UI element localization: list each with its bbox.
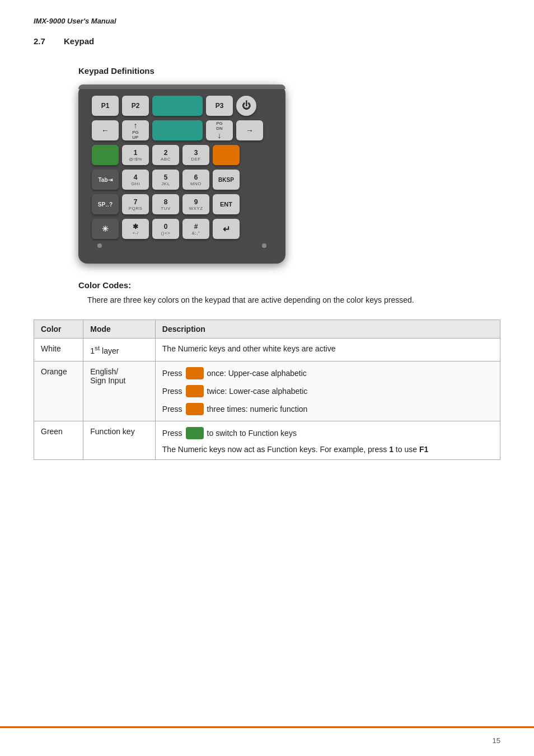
press-line-2: Press twice: Lower-case alphabetic [162,385,493,397]
keypad-row-5: SP‥? 7 PQRS 8 TUV 9 WXYZ ENT [92,194,272,214]
function-key-desc: The Numeric keys now act as Function key… [162,445,493,454]
pg-up-key[interactable]: ↑ PGUP [122,120,149,140]
table-row: Orange English/Sign Input Press once: Up… [34,361,500,421]
key-2[interactable]: 2 ABC [152,145,179,165]
pg-up-label: PGUP [132,130,139,140]
p1-key[interactable]: P1 [92,96,119,116]
p3-key[interactable]: P3 [206,96,233,116]
press-label-4: Press [162,429,182,438]
green-swatch-1 [186,427,204,439]
press-line-3: Press three times: numeric function [162,403,493,415]
keypad-row-2: ← ↑ PGUP PGDN ↓ → [92,120,272,140]
mode-cell-orange: English/Sign Input [83,361,156,421]
bottom-dot-left [97,243,102,248]
right-arrow-key[interactable]: → [236,120,263,140]
page-number: 15 [493,736,500,745]
color-cell-white: White [34,339,83,361]
right-arrow-icon: → [246,126,254,135]
bksp-label: BKSP [218,177,234,183]
key-3[interactable]: 3 DEF [182,145,209,165]
bold-f1: F1 [419,445,428,454]
ent-label: ENT [220,201,232,208]
power-icon: ⏻ [242,101,251,111]
key-4[interactable]: 4 GHI [122,170,149,190]
section-number: 2.7 [34,36,50,46]
color-cell-orange: Orange [34,361,83,421]
press-desc-1: once: Upper-case alphabetic [207,369,307,378]
keypad-row-6: ✳ ✱ +-/ 0 ()<> # &;," ↵ [92,219,272,239]
press-label-3: Press [162,405,182,414]
color-cell-green: Green [34,421,83,459]
ent-key[interactable]: ENT [213,194,240,214]
key-8[interactable]: 8 TUV [152,194,179,214]
key-6[interactable]: 6 MNO [182,170,209,190]
section-title: Keypad [64,36,94,46]
orange-swatch-1 [186,367,204,379]
table-header-row: Color Mode Description [34,320,500,339]
power-key[interactable]: ⏻ [236,96,256,116]
col-header-description: Description [155,320,500,339]
down-arrow-icon: ↓ [218,131,222,140]
teal-mid-key[interactable] [152,120,203,140]
brightness-key[interactable]: ✳ [92,219,119,239]
document-header: IMX-9000 User's Manual [34,17,500,25]
desc-cell-green: Press to switch to Function keys The Num… [155,421,500,459]
press-desc-3: three times: numeric function [207,405,308,414]
pg-dn-key[interactable]: PGDN ↓ [206,120,233,140]
key-1[interactable]: 1 @!$% [122,145,149,165]
key-9[interactable]: 9 WXYZ [182,194,209,214]
bksp-key[interactable]: BKSP [213,170,240,190]
key-star[interactable]: ✱ +-/ [122,219,149,239]
orange-swatch-2 [186,385,204,397]
tab-label: Tab⇥ [98,177,112,183]
subsection-title: Keypad Definitions [78,66,500,76]
mode-cell-white: 1st layer [83,339,156,361]
footer-line [0,726,534,728]
keypad-container: P1 P2 P3 ⏻ ← ↑ PGUP [78,84,500,264]
table-row: White 1st layer The Numeric keys and oth… [34,339,500,361]
p2-key[interactable]: P2 [122,96,149,116]
keypad-row-3: 1 @!$% 2 ABC 3 DEF [92,145,272,165]
pg-dn-label: PGDN [216,121,223,131]
key-hash[interactable]: # &;," [182,219,209,239]
teal-top-key[interactable] [152,96,203,116]
press-desc-2: twice: Lower-case alphabetic [207,387,308,396]
keypad-row-4: Tab⇥ 4 GHI 5 JKL 6 MNO BKSP [92,170,272,190]
color-table: Color Mode Description White 1st layer T… [34,320,500,460]
enter-key[interactable]: ↵ [213,219,240,239]
left-arrow-key[interactable]: ← [92,120,119,140]
enter-icon: ↵ [223,224,230,234]
press-desc-4: to switch to Function keys [207,429,297,438]
key-5[interactable]: 5 JKL [152,170,179,190]
bottom-dot-right [262,243,266,248]
sp-label: SP‥? [98,201,113,208]
keypad-image: P1 P2 P3 ⏻ ← ↑ PGUP [78,84,285,264]
press-line-4: Press to switch to Function keys [162,427,493,439]
orange-swatch-3 [186,403,204,415]
key-0[interactable]: 0 ()<> [152,219,179,239]
keypad-row-1: P1 P2 P3 ⏻ [92,96,272,116]
tab-key[interactable]: Tab⇥ [92,170,119,190]
press-label-2: Press [162,387,182,396]
press-line-1: Press once: Upper-case alphabetic [162,367,493,379]
color-codes-title: Color Codes: [78,280,500,290]
col-header-mode: Mode [83,320,156,339]
key-7[interactable]: 7 PQRS [122,194,149,214]
press-label-1: Press [162,369,182,378]
green-left-key[interactable] [92,145,119,165]
color-codes-description: There are three key colors on the keypad… [87,294,500,306]
up-arrow-icon: ↑ [134,121,138,130]
orange-right-key[interactable] [213,145,240,165]
bold-1: 1 [389,445,394,454]
table-row: Green Function key Press to switch to Fu… [34,421,500,459]
color-codes-section: Color Codes: There are three key colors … [78,280,500,306]
left-arrow-icon: ← [101,126,109,135]
sp-key[interactable]: SP‥? [92,194,119,214]
col-header-color: Color [34,320,83,339]
desc-cell-white: The Numeric keys and other white keys ar… [155,339,500,361]
brightness-icon: ✳ [102,224,109,233]
section-header: 2.7 Keypad [34,36,500,55]
mode-cell-green: Function key [83,421,156,459]
desc-cell-orange: Press once: Upper-case alphabetic Press … [155,361,500,421]
